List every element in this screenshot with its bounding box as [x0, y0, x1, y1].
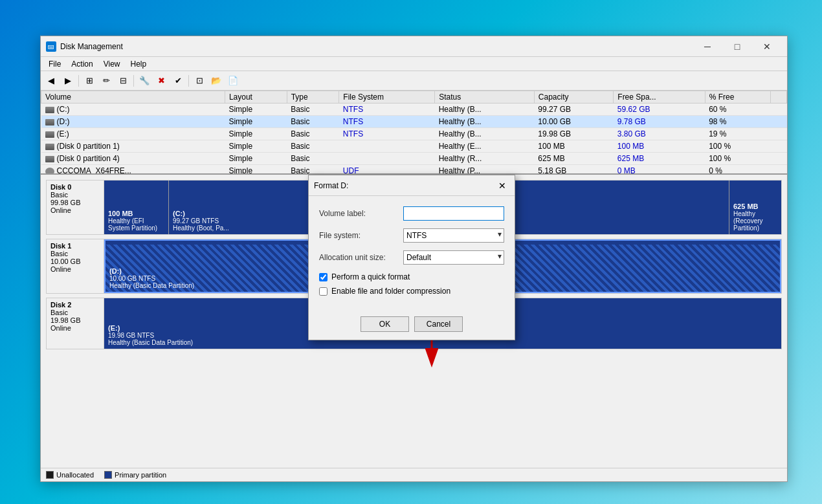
- cell-capacity: 10.00 GB: [534, 116, 613, 128]
- cell-extra: [770, 140, 786, 153]
- toolbar-edit[interactable]: ✏: [98, 74, 114, 88]
- col-extra: [770, 91, 786, 104]
- disk-0-recovery-partition[interactable]: 625 MB Healthy (Recovery Partition): [729, 181, 781, 234]
- cell-capacity: 19.98 GB: [534, 128, 613, 140]
- legend-unallocated: Unallocated: [46, 471, 94, 479]
- allocation-size-select[interactable]: Default 512 1024 2048 4096: [403, 250, 504, 265]
- col-status: Status: [435, 91, 535, 104]
- col-volume: Volume: [41, 91, 225, 104]
- volume-label-row: Volume label:: [319, 206, 504, 221]
- legend-row: Unallocated Primary partition: [41, 468, 787, 481]
- col-filesystem: File System: [339, 91, 435, 104]
- minimize-button[interactable]: ─: [693, 36, 722, 57]
- efi-bar: [104, 181, 168, 184]
- table-row[interactable]: (Disk 0 partition 4) Simple Basic Health…: [41, 153, 787, 165]
- maximize-button[interactable]: □: [722, 36, 752, 57]
- toolbar-settings[interactable]: 🔧: [137, 74, 152, 88]
- menu-file[interactable]: File: [43, 58, 66, 70]
- cell-volume: (C:): [41, 104, 225, 116]
- toolbar-file[interactable]: 📄: [225, 74, 241, 88]
- cell-pct: 0 %: [705, 165, 770, 175]
- title-bar: 🖴 Disk Management ─ □ ✕: [41, 36, 787, 57]
- cell-free: 625 MB: [614, 153, 705, 165]
- cell-status: Healthy (B...: [435, 104, 535, 116]
- cell-volume: (D:): [41, 116, 225, 128]
- cell-free: 3.80 GB: [614, 128, 705, 140]
- disk-0-efi-partition[interactable]: 100 MB Healthy (EFI System Partition): [104, 181, 169, 234]
- ok-button[interactable]: OK: [361, 316, 409, 332]
- disk-0-label: Disk 0 Basic 99.98 GB Online: [46, 180, 104, 235]
- table-row[interactable]: (D:) Simple Basic NTFS Healthy (B... 10.…: [41, 116, 787, 128]
- volume-label-text: Volume label:: [319, 209, 403, 218]
- cell-capacity: 625 MB: [534, 153, 613, 165]
- cell-capacity: 100 MB: [534, 140, 613, 153]
- disk-1-label: Disk 1 Basic 10.00 GB Online: [46, 239, 104, 294]
- disk-2-type: Basic: [50, 309, 100, 316]
- cell-fs: [339, 140, 435, 153]
- cell-status: Healthy (P...: [435, 165, 535, 175]
- toolbar-back[interactable]: ◀: [43, 74, 59, 88]
- quick-format-row: Perform a quick format: [319, 272, 504, 281]
- cell-status: Healthy (B...: [435, 128, 535, 140]
- dialog-footer: OK Cancel: [309, 311, 515, 340]
- disk-2-status: Online: [50, 324, 100, 332]
- title-buttons: ─ □ ✕: [693, 36, 782, 57]
- menu-view[interactable]: View: [98, 58, 126, 70]
- cancel-button[interactable]: Cancel: [414, 316, 463, 332]
- efi-size: 100 MB: [108, 210, 164, 217]
- cell-layout: Simple: [225, 165, 287, 175]
- cell-fs: [339, 153, 435, 165]
- unallocated-box: [46, 471, 54, 479]
- menu-bar: File Action View Help: [41, 57, 787, 71]
- disk-2-label: Disk 2 Basic 19.98 GB Online: [46, 298, 104, 349]
- cell-extra: [770, 116, 786, 128]
- toolbar-forward[interactable]: ▶: [60, 74, 76, 88]
- disk-0-type: Basic: [50, 191, 100, 199]
- dialog-title-bar: Format D: ✕: [309, 175, 515, 196]
- col-pctfree: % Free: [705, 91, 770, 104]
- table-row[interactable]: CCCOMA_X64FRE... Simple Basic UDF Health…: [41, 165, 787, 175]
- cell-layout: Simple: [225, 116, 287, 128]
- cell-layout: Simple: [225, 140, 287, 153]
- recovery-size: 625 MB: [733, 203, 777, 210]
- drive-icon: [45, 131, 54, 138]
- table-row[interactable]: (E:) Simple Basic NTFS Healthy (B... 19.…: [41, 128, 787, 140]
- drive-icon: [45, 107, 54, 113]
- disk-2-size: 19.98 GB: [50, 316, 100, 324]
- compression-label: Enable file and folder compression: [331, 287, 450, 296]
- toolbar-check[interactable]: ✔: [170, 74, 186, 88]
- allocation-size-text: Allocation unit size:: [319, 253, 403, 262]
- toolbar-folder[interactable]: 📂: [208, 74, 224, 88]
- cell-free: 9.78 GB: [614, 116, 705, 128]
- menu-help[interactable]: Help: [126, 58, 152, 70]
- compression-checkbox[interactable]: [319, 287, 328, 296]
- separator-2: [133, 75, 134, 87]
- close-button[interactable]: ✕: [752, 36, 782, 57]
- volume-label-input[interactable]: [403, 206, 504, 221]
- disk-0-status: Online: [50, 206, 100, 214]
- table-row[interactable]: (Disk 0 partition 1) Simple Basic Health…: [41, 140, 787, 153]
- toolbar-view[interactable]: ⊡: [192, 74, 207, 88]
- file-system-row: File system: NTFS FAT32 exFAT: [319, 228, 504, 243]
- efi-desc: Healthy (EFI System Partition): [108, 217, 164, 232]
- cell-pct: 60 %: [705, 104, 770, 116]
- toolbar-grid[interactable]: ⊞: [82, 74, 97, 88]
- cell-pct: 19 %: [705, 128, 770, 140]
- cell-fs: UDF: [339, 165, 435, 175]
- window-icon: 🖴: [46, 41, 56, 52]
- recovery-bar: [729, 181, 781, 184]
- quick-format-checkbox[interactable]: [319, 273, 328, 281]
- file-system-select[interactable]: NTFS FAT32 exFAT: [403, 228, 504, 243]
- cell-volume: (E:): [41, 128, 225, 140]
- dialog-close-button[interactable]: ✕: [495, 179, 509, 193]
- volume-table-section: Volume Layout Type File System Status Ca…: [41, 91, 787, 175]
- toolbar-delete[interactable]: ✖: [153, 74, 169, 88]
- col-capacity: Capacity: [534, 91, 613, 104]
- toolbar-minus[interactable]: ⊟: [115, 74, 131, 88]
- disk-2-name: Disk 2: [50, 301, 100, 309]
- table-row[interactable]: (C:) Simple Basic NTFS Healthy (B... 99.…: [41, 104, 787, 116]
- drive-icon: [45, 119, 54, 126]
- window-title: Disk Management: [60, 42, 693, 51]
- col-type: Type: [287, 91, 339, 104]
- menu-action[interactable]: Action: [66, 58, 98, 70]
